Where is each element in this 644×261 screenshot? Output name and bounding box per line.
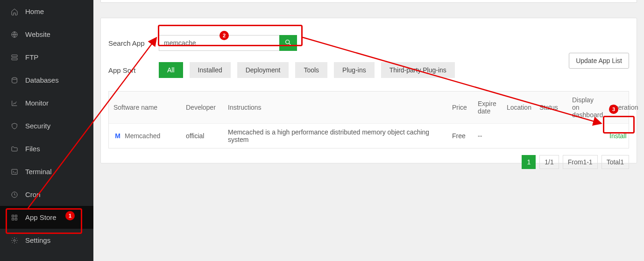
install-link[interactable]: Install — [605, 127, 637, 144]
svg-rect-1 — [12, 55, 17, 56]
page-current[interactable]: 1 — [522, 155, 536, 169]
sidebar-item-cron[interactable]: Cron — [0, 183, 93, 206]
search-label: Search App — [108, 39, 159, 47]
sort-btn-deployment[interactable]: Deployment — [237, 62, 289, 78]
sidebar-item-label: Website — [25, 30, 50, 38]
sidebar-item-label: Home — [25, 7, 44, 15]
panel: Search App App Sort All Installed Deploy… — [100, 18, 637, 163]
row-status — [535, 131, 567, 141]
sidebar-item-home[interactable]: Home — [0, 0, 93, 23]
shield-icon — [10, 122, 19, 130]
row-price: Free — [447, 127, 473, 144]
page-total: Total1 — [602, 155, 629, 169]
th-expire: Expire date — [473, 95, 502, 120]
row-expire: -- — [473, 127, 502, 144]
gear-icon — [10, 236, 19, 245]
chart-icon — [10, 99, 19, 107]
clock-icon — [10, 190, 19, 199]
sort-btn-installed[interactable]: Installed — [190, 62, 231, 78]
app-table: Software name Developer Instructions Pri… — [108, 91, 629, 148]
sort-btn-tools[interactable]: Tools — [295, 62, 327, 78]
th-loc: Location — [502, 99, 535, 116]
sidebar-item-label: Terminal — [25, 168, 52, 176]
svg-point-10 — [14, 240, 15, 241]
sort-label: App Sort — [108, 66, 159, 74]
server-icon — [10, 53, 19, 62]
sidebar-item-terminal[interactable]: Terminal — [0, 160, 93, 183]
sidebar-item-ftp[interactable]: FTP — [0, 46, 93, 69]
th-dash: Display on dashboard — [567, 92, 605, 123]
th-op: Operation — [605, 99, 637, 116]
svg-rect-2 — [12, 58, 17, 60]
th-price: Price — [447, 99, 473, 116]
svg-point-11 — [286, 40, 290, 43]
th-instr: Instructions — [223, 99, 447, 116]
pager: 1 1/1 From1-1 Total1 — [108, 155, 629, 169]
sidebar-item-label: Security — [25, 122, 50, 130]
row-loc — [502, 131, 535, 141]
sidebar-item-label: App Store — [25, 213, 57, 221]
home-icon — [10, 7, 19, 16]
database-icon — [10, 76, 19, 85]
svg-point-3 — [12, 78, 17, 79]
search-row: Search App — [108, 35, 629, 51]
svg-rect-6 — [12, 215, 14, 217]
sidebar: Home Website FTP Databases Monitor Secur… — [0, 0, 93, 261]
sidebar-item-monitor[interactable]: Monitor — [0, 92, 93, 114]
app-icon: M — [113, 132, 122, 140]
sidebar-item-label: Settings — [25, 236, 50, 244]
sidebar-item-files[interactable]: Files — [0, 137, 93, 160]
search-icon — [284, 39, 292, 48]
row-dash — [567, 131, 605, 141]
sort-btn-all[interactable]: All — [159, 62, 183, 78]
svg-rect-9 — [15, 218, 17, 220]
main-area: Search App App Sort All Installed Deploy… — [93, 0, 644, 261]
sort-btn-thirdparty[interactable]: Third-party Plug-ins — [381, 62, 455, 78]
th-name: Software name — [109, 99, 181, 116]
terminal-icon — [10, 168, 19, 176]
svg-rect-7 — [15, 215, 17, 217]
sidebar-item-label: Databases — [25, 76, 59, 84]
svg-rect-8 — [12, 218, 14, 220]
search-input[interactable] — [159, 35, 279, 51]
svg-rect-4 — [12, 169, 17, 174]
th-dev: Developer — [181, 99, 223, 116]
table-row: M Memcached official Memcached is a high… — [109, 123, 629, 148]
breadcrumb-card — [100, 0, 637, 3]
update-app-list-button[interactable]: Update App List — [569, 53, 629, 69]
sidebar-item-settings[interactable]: Settings — [0, 229, 93, 252]
sidebar-item-label: FTP — [25, 53, 38, 61]
page-total-pages: 1/1 — [539, 155, 559, 169]
sidebar-item-databases[interactable]: Databases — [0, 69, 93, 92]
table-header: Software name Developer Instructions Pri… — [109, 92, 629, 123]
row-name[interactable]: Memcached — [125, 132, 160, 140]
row-dev: official — [181, 127, 223, 144]
sort-btn-plugins[interactable]: Plug-ins — [334, 62, 375, 78]
search-button[interactable] — [279, 35, 297, 51]
sidebar-item-label: Cron — [25, 190, 41, 198]
row-instr: Memcached is a high performance distribu… — [223, 124, 447, 148]
sort-row: App Sort All Installed Deployment Tools … — [108, 62, 629, 78]
globe-icon — [10, 30, 19, 39]
row-name-cell: M Memcached — [109, 127, 181, 145]
th-status: Status — [535, 99, 567, 116]
sidebar-item-label: Files — [25, 145, 40, 153]
grid-icon — [10, 213, 19, 222]
page-range: From1-1 — [563, 155, 598, 169]
sidebar-item-security[interactable]: Security — [0, 114, 93, 137]
sidebar-item-website[interactable]: Website — [0, 23, 93, 46]
sidebar-item-appstore[interactable]: App Store — [0, 206, 93, 229]
folder-icon — [10, 145, 19, 153]
sidebar-item-label: Monitor — [25, 99, 49, 107]
